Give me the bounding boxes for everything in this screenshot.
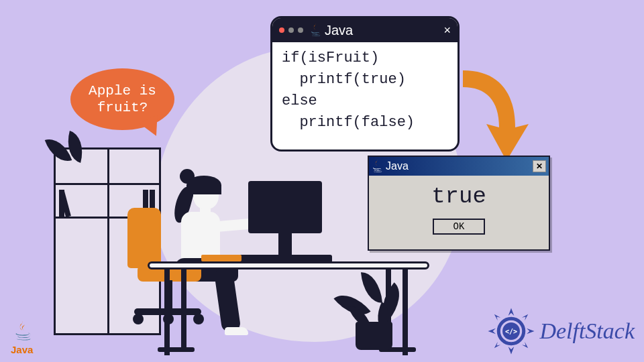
speech-text: Apple is fruit? bbox=[70, 82, 174, 116]
speech-bubble: Apple is fruit? bbox=[70, 68, 174, 130]
code-body: if(isFruit) printf(true) else printf(fal… bbox=[272, 42, 458, 139]
result-dialog: Java ✕ true OK bbox=[368, 156, 550, 251]
delftstack-logo: </> DelftStack bbox=[487, 307, 635, 355]
java-icon bbox=[372, 160, 382, 173]
dialog-close-icon[interactable]: ✕ bbox=[533, 160, 546, 172]
monitor bbox=[248, 181, 322, 233]
code-window-titlebar: Java × bbox=[272, 18, 458, 42]
java-icon bbox=[310, 23, 321, 37]
chair-back bbox=[127, 208, 161, 268]
plant bbox=[342, 272, 406, 328]
code-window: Java × if(isFruit) printf(true) else pri… bbox=[270, 16, 460, 152]
dialog-title: Java bbox=[386, 160, 409, 172]
code-window-title: Java bbox=[325, 23, 353, 38]
traffic-light-red-icon bbox=[279, 27, 284, 33]
keyboard bbox=[201, 255, 241, 261]
traffic-light-icon bbox=[298, 27, 303, 33]
traffic-light-icon bbox=[288, 27, 294, 33]
java-logo: Java bbox=[11, 321, 33, 355]
svg-text:</>: </> bbox=[505, 328, 517, 335]
dialog-titlebar: Java ✕ bbox=[369, 157, 549, 176]
brand-text: DelftStack bbox=[539, 318, 635, 344]
close-icon[interactable]: × bbox=[443, 23, 451, 38]
java-logo-text: Java bbox=[11, 344, 33, 355]
ok-button[interactable]: OK bbox=[433, 219, 485, 235]
dialog-body: true bbox=[369, 176, 549, 215]
arrow-icon bbox=[449, 67, 530, 168]
flower-icon: </> bbox=[487, 307, 535, 355]
